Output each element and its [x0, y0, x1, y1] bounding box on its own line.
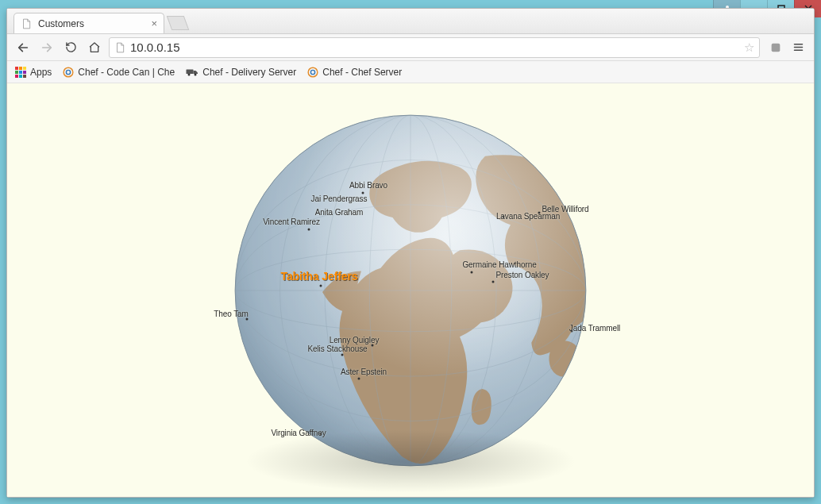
- bookmark-star-icon[interactable]: ☆: [744, 40, 754, 55]
- bookmark-label: Chef - Delivery Server: [202, 67, 296, 78]
- map-label[interactable]: Theo Tam: [214, 310, 248, 318]
- map-label[interactable]: Jada Trammell: [569, 324, 620, 333]
- tab-strip: Customers ×: [7, 9, 814, 34]
- chef-icon: [63, 67, 74, 78]
- bookmarks-bar: Apps Chef - Code Can | Che Chef - Delive…: [7, 61, 814, 83]
- svg-point-29: [235, 115, 586, 466]
- map-label[interactable]: Abbi Bravo: [349, 181, 387, 190]
- url-bar[interactable]: ☆: [109, 37, 760, 58]
- svg-point-14: [188, 73, 191, 75]
- bookmark-chef-chef-server[interactable]: Chef - Chef Server: [307, 67, 402, 78]
- apps-label: Apps: [30, 67, 52, 78]
- bookmark-label: Chef - Chef Server: [322, 67, 402, 78]
- reload-button[interactable]: [61, 38, 80, 57]
- map-dot: [372, 344, 374, 347]
- map-dot: [471, 271, 473, 274]
- file-icon: [21, 18, 32, 29]
- globe-shadow: [244, 429, 577, 493]
- apps-icon: [15, 67, 26, 78]
- map-label[interactable]: Germaine Hawthorne: [462, 260, 536, 269]
- svg-point-15: [195, 73, 197, 75]
- map-label[interactable]: Preston Oakley: [496, 271, 549, 279]
- tab-title: Customers: [38, 18, 84, 29]
- apps-launcher[interactable]: Apps: [15, 67, 52, 78]
- forward-button[interactable]: [37, 38, 56, 57]
- map-label-highlight[interactable]: Tabitha Jeffers: [280, 270, 357, 283]
- chef-icon: [307, 67, 318, 78]
- svg-point-17: [311, 70, 315, 74]
- browser-toolbar: ☆: [7, 34, 814, 61]
- svg-point-16: [308, 67, 318, 77]
- svg-point-11: [64, 67, 74, 77]
- map-dot: [320, 285, 322, 287]
- map-label[interactable]: Vincent Ramirez: [263, 217, 320, 226]
- map-dot: [358, 378, 360, 380]
- menu-button[interactable]: [788, 38, 808, 57]
- map-dot: [341, 354, 344, 356]
- map-label[interactable]: Jai Pendergrass: [311, 194, 368, 203]
- map-dot: [492, 281, 495, 283]
- map-label[interactable]: Virginia Gaffney: [271, 429, 326, 437]
- bookmark-chef-code-can[interactable]: Chef - Code Can | Che: [63, 67, 175, 78]
- url-input[interactable]: [130, 40, 739, 54]
- tab-customers[interactable]: Customers ×: [13, 13, 164, 33]
- extension-icon[interactable]: [769, 41, 782, 54]
- bookmark-label: Chef - Code Can | Che: [78, 67, 175, 78]
- map-label[interactable]: Anita Graham: [315, 208, 364, 217]
- svg-rect-13: [187, 69, 194, 74]
- map-label[interactable]: Aster Epstein: [341, 367, 387, 376]
- back-button[interactable]: [13, 38, 33, 57]
- browser-window: Customers × ☆: [6, 8, 815, 498]
- map-label[interactable]: Kelis Stackhouse: [307, 344, 367, 353]
- file-icon: [114, 42, 125, 53]
- bookmark-chef-delivery-server[interactable]: Chef - Delivery Server: [186, 67, 296, 78]
- home-button[interactable]: [85, 38, 104, 57]
- map-label[interactable]: Lenny Quigley: [330, 336, 380, 344]
- globe-visualization[interactable]: [224, 104, 597, 477]
- truck-icon: [186, 67, 199, 77]
- map-dot: [308, 229, 310, 231]
- globe-svg: [224, 104, 597, 477]
- close-tab-icon[interactable]: ×: [151, 17, 157, 29]
- new-tab-button[interactable]: [167, 16, 190, 30]
- svg-rect-7: [772, 43, 781, 52]
- page-viewport: Abbi BravoJai PendergrassAnita GrahamVin…: [7, 83, 814, 497]
- svg-point-12: [67, 70, 71, 74]
- map-label[interactable]: Lavana Spearman: [496, 212, 560, 221]
- map-dot: [246, 318, 249, 321]
